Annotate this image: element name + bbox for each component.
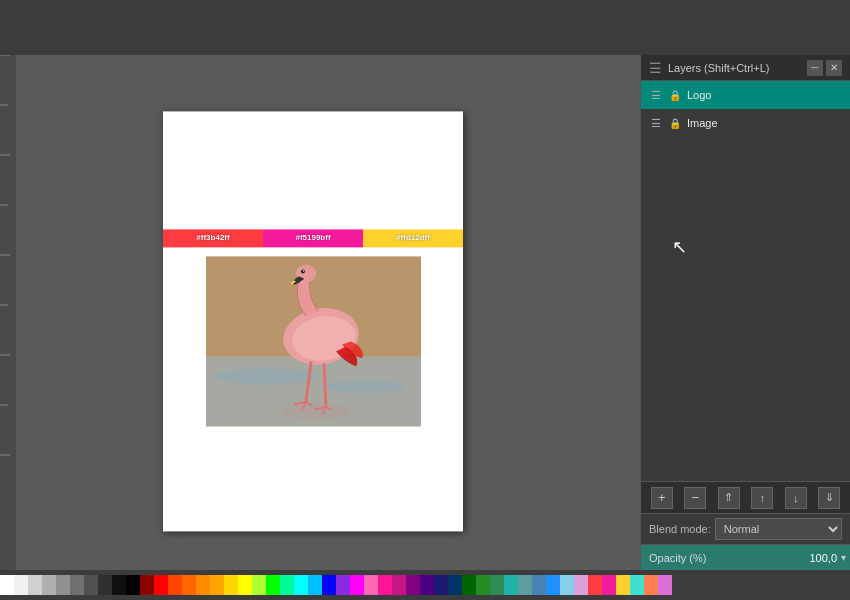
palette-swatch[interactable] [0, 575, 14, 595]
layer-item-logo[interactable]: ☰ 🔒 Logo [641, 81, 850, 109]
color-palette [0, 570, 850, 600]
flamingo-image [206, 256, 421, 426]
palette-swatch[interactable] [84, 575, 98, 595]
layer-name-image: Image [687, 117, 842, 129]
palette-swatch[interactable] [168, 575, 182, 595]
layers-panel: ☰ Layers (Shift+Ctrl+L) ─ ✕ ☰ 🔒 Logo ☰ 🔒… [640, 55, 850, 570]
layers-minimize-button[interactable]: ─ [807, 60, 823, 76]
palette-swatch[interactable] [14, 575, 28, 595]
palette-swatch[interactable] [504, 575, 518, 595]
opacity-value: 100,0 [809, 552, 841, 564]
remove-layer-button[interactable]: − [684, 487, 706, 509]
palette-swatch[interactable] [434, 575, 448, 595]
palette-swatch[interactable] [560, 575, 574, 595]
palette-swatch[interactable] [518, 575, 532, 595]
canvas-page: #ff3b42ff #f5199bff #ffd12dff [163, 111, 463, 531]
palette-swatch[interactable] [420, 575, 434, 595]
palette-swatch[interactable] [126, 575, 140, 595]
svg-point-42 [281, 403, 351, 419]
blend-mode-row: Blend mode: Normal Multiply Screen Overl… [641, 513, 850, 544]
palette-swatch[interactable] [154, 575, 168, 595]
blend-mode-label: Blend mode: [649, 523, 711, 535]
palette-swatch[interactable] [224, 575, 238, 595]
layer-menu-icon: ☰ [649, 88, 663, 102]
palette-swatch[interactable] [112, 575, 126, 595]
palette-swatch[interactable] [392, 575, 406, 595]
palette-swatch[interactable] [406, 575, 420, 595]
palette-swatch[interactable] [42, 575, 56, 595]
layer-move-down-button[interactable]: ↓ [785, 487, 807, 509]
svg-rect-21 [0, 55, 16, 570]
svg-point-33 [216, 368, 316, 384]
palette-swatch[interactable] [490, 575, 504, 595]
palette-swatch[interactable] [364, 575, 378, 595]
palette-swatch[interactable] [196, 575, 210, 595]
palette-swatch[interactable] [462, 575, 476, 595]
palette-swatch[interactable] [336, 575, 350, 595]
palette-swatch[interactable] [322, 575, 336, 595]
blend-mode-select[interactable]: Normal Multiply Screen Overlay Darken Li… [715, 518, 842, 540]
palette-swatch[interactable] [658, 575, 672, 595]
palette-swatch[interactable] [98, 575, 112, 595]
layer-item-image[interactable]: ☰ 🔒 Image [641, 109, 850, 137]
palette-swatch[interactable] [546, 575, 560, 595]
layers-close-button[interactable]: ✕ [826, 60, 842, 76]
palette-swatch[interactable] [378, 575, 392, 595]
layer-menu-icon-2: ☰ [649, 116, 663, 130]
palette-swatch[interactable] [630, 575, 644, 595]
color-bar-strip: #ff3b42ff #f5199bff #ffd12dff [163, 229, 463, 247]
palette-swatch[interactable] [28, 575, 42, 595]
add-layer-button[interactable]: + [651, 487, 673, 509]
palette-swatch[interactable] [252, 575, 266, 595]
palette-swatch[interactable] [70, 575, 84, 595]
palette-swatch[interactable] [182, 575, 196, 595]
color-bar-pink: #f5199bff [263, 229, 363, 247]
svg-point-39 [303, 270, 304, 271]
palette-swatch[interactable] [602, 575, 616, 595]
palette-swatch[interactable] [210, 575, 224, 595]
svg-point-34 [326, 380, 406, 392]
layers-header-buttons: ─ ✕ [807, 60, 842, 76]
layers-icon: ☰ [649, 60, 662, 76]
layers-toolbar: + − ⇑ ↑ ↓ ⇓ [641, 481, 850, 513]
palette-swatch[interactable] [294, 575, 308, 595]
palette-swatch[interactable] [574, 575, 588, 595]
palette-swatch[interactable] [238, 575, 252, 595]
palette-swatch[interactable] [308, 575, 322, 595]
layer-lock-icon: 🔒 [669, 89, 681, 101]
opacity-label: Opacity (%) [645, 552, 809, 564]
palette-swatch[interactable] [644, 575, 658, 595]
layer-move-up-button[interactable]: ↑ [751, 487, 773, 509]
layer-move-bottom-button[interactable]: ⇓ [818, 487, 840, 509]
palette-swatch[interactable] [350, 575, 364, 595]
ruler-left [0, 55, 16, 570]
palette-swatch[interactable] [140, 575, 154, 595]
palette-swatch[interactable] [476, 575, 490, 595]
palette-swatch[interactable] [280, 575, 294, 595]
palette-swatch[interactable] [532, 575, 546, 595]
palette-swatch[interactable] [588, 575, 602, 595]
layer-name-logo: Logo [687, 89, 842, 101]
layer-move-top-button[interactable]: ⇑ [718, 487, 740, 509]
palette-swatch[interactable] [266, 575, 280, 595]
palette-swatch[interactable] [56, 575, 70, 595]
layers-panel-header: ☰ Layers (Shift+Ctrl+L) ─ ✕ [641, 55, 850, 81]
layers-spacer [641, 281, 850, 481]
svg-line-41 [324, 363, 326, 406]
color-bar-yellow: #ffd12dff [363, 229, 463, 247]
palette-swatch[interactable] [616, 575, 630, 595]
canvas-area: #ff3b42ff #f5199bff #ffd12dff [16, 55, 640, 570]
opacity-row: Opacity (%) 100,0 ▾ [641, 544, 850, 570]
layers-list: ☰ 🔒 Logo ☰ 🔒 Image [641, 81, 850, 281]
opacity-arrow-icon: ▾ [841, 552, 846, 563]
layers-title: Layers (Shift+Ctrl+L) [668, 62, 769, 74]
layers-header-left: ☰ Layers (Shift+Ctrl+L) [649, 60, 769, 76]
layer-lock-icon-2: 🔒 [669, 117, 681, 129]
svg-point-38 [301, 269, 305, 273]
color-bar-red: #ff3b42ff [163, 229, 263, 247]
palette-swatch[interactable] [448, 575, 462, 595]
